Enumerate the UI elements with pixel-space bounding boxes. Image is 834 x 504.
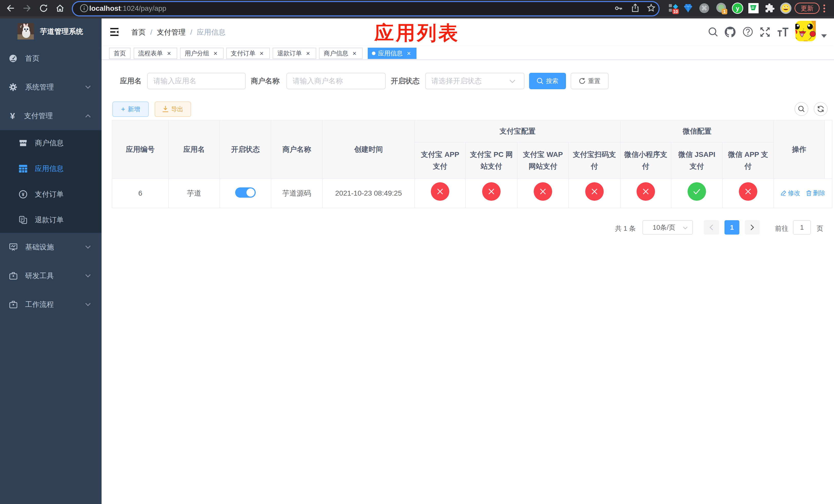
svg-text:¥: ¥ <box>22 192 24 197</box>
svg-text:y: y <box>736 5 739 12</box>
svg-text:⌘: ⌘ <box>701 5 707 12</box>
svg-text:10: 10 <box>674 9 678 14</box>
svg-text:1: 1 <box>723 9 725 14</box>
